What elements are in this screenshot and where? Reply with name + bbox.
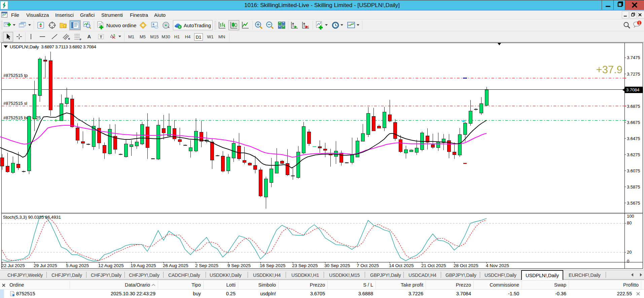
- svg-text:12 Aug 2025: 12 Aug 2025: [98, 263, 124, 268]
- svg-text:USDPLN!,Daily 3.6897 3.7113 3: USDPLN!,Daily 3.6897 3.7113 3.6892 3.708…: [10, 44, 96, 49]
- svg-text:Stoch(5,3,3) 90.0335 86.4931: Stoch(5,3,3) 90.0335 86.4931: [3, 215, 61, 220]
- svg-text:3.6275: 3.6275: [627, 152, 640, 157]
- svg-text:30 Sep 2025: 30 Sep 2025: [324, 263, 350, 268]
- svg-text:7 Oct 2025: 7 Oct 2025: [357, 263, 379, 268]
- svg-text:3.5675: 3.5675: [627, 201, 640, 206]
- svg-text:A: A: [87, 34, 91, 39]
- svg-text:28 Oct 2025: 28 Oct 2025: [454, 263, 478, 268]
- svg-text:14 Oct 2025: 14 Oct 2025: [389, 263, 414, 268]
- svg-text:0: 0: [627, 259, 629, 264]
- svg-text:3.7275: 3.7275: [627, 72, 640, 77]
- svg-text:E: E: [68, 37, 70, 40]
- svg-text:3.6875: 3.6875: [627, 104, 640, 109]
- svg-text:1: 1: [638, 21, 641, 26]
- svg-text:3.6075: 3.6075: [627, 168, 640, 173]
- svg-text:80: 80: [627, 220, 632, 225]
- svg-text:20: 20: [627, 250, 632, 255]
- svg-text:+37.9: +37.9: [596, 64, 622, 76]
- svg-text:3.6675: 3.6675: [627, 120, 640, 125]
- svg-text:#8752515 tp: #8752515 tp: [3, 73, 28, 78]
- svg-text:3.6475: 3.6475: [627, 136, 640, 141]
- svg-text:19 Aug 2025: 19 Aug 2025: [131, 263, 156, 268]
- svg-text:23 Sep 2025: 23 Sep 2025: [292, 263, 318, 268]
- svg-text:3.5875: 3.5875: [627, 184, 640, 189]
- svg-text:3.7475: 3.7475: [627, 55, 640, 60]
- svg-text:3.7084: 3.7084: [626, 87, 639, 92]
- svg-text:5 Aug 2025: 5 Aug 2025: [66, 263, 89, 268]
- svg-text:2 Sep 2025: 2 Sep 2025: [195, 263, 218, 268]
- svg-text:26 Aug 2025: 26 Aug 2025: [163, 263, 188, 268]
- svg-text:22 Jul 2025: 22 Jul 2025: [1, 263, 25, 268]
- svg-text:#8752515 sl: #8752515 sl: [3, 101, 27, 106]
- svg-text:29 Jul 2025: 29 Jul 2025: [34, 263, 57, 268]
- svg-text:21 Oct 2025: 21 Oct 2025: [421, 263, 446, 268]
- svg-text:100: 100: [627, 214, 634, 219]
- svg-text:4 Nov 2025: 4 Nov 2025: [486, 263, 509, 268]
- svg-text:T: T: [100, 35, 102, 39]
- svg-text:F: F: [80, 38, 81, 41]
- svg-text:9 Sep 2025: 9 Sep 2025: [227, 263, 251, 268]
- svg-text:16 Sep 2025: 16 Sep 2025: [260, 263, 286, 268]
